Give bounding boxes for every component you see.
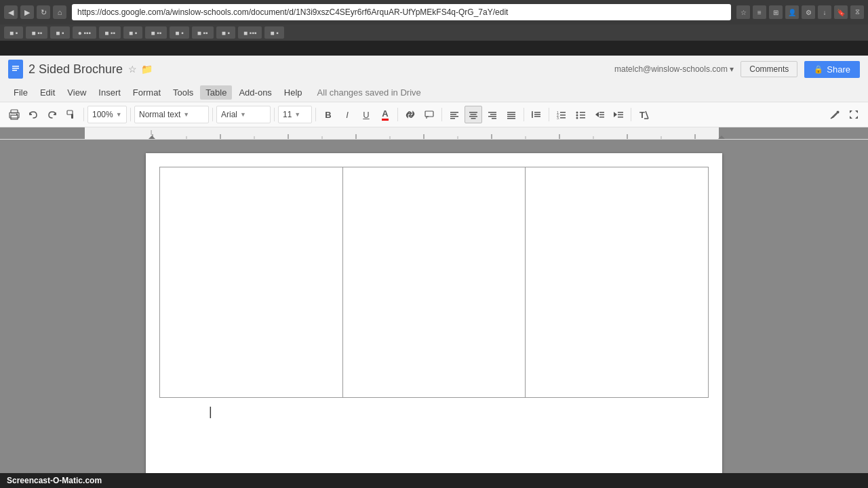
download-icon[interactable]: ↓	[818, 5, 831, 19]
text-color-button[interactable]: A	[376, 106, 394, 123]
svg-rect-21	[488, 116, 496, 117]
bookmark2-icon[interactable]: 🔖	[834, 5, 848, 19]
menu-addons[interactable]: Add-ons	[233, 85, 277, 100]
bookmark-9[interactable]: ■ ▪▪	[192, 26, 214, 39]
watermark-bar: Screencast-O-Matic.com	[0, 473, 868, 488]
svg-rect-45	[599, 112, 604, 113]
separator-10	[631, 108, 631, 121]
star-icon[interactable]: ☆	[736, 5, 750, 19]
favorite-icon[interactable]: ☆	[128, 64, 137, 75]
menu-table[interactable]: Table	[200, 85, 232, 100]
separator-4	[274, 108, 275, 121]
style-dropdown[interactable]: Normal text ▼	[134, 106, 209, 123]
bullet-list-button[interactable]	[572, 106, 589, 123]
comments-button[interactable]: Comments	[741, 61, 797, 77]
avatar-icon[interactable]: 👤	[785, 5, 799, 19]
document-page[interactable]: |	[146, 153, 722, 473]
edit-mode-button[interactable]	[826, 106, 844, 123]
print-button[interactable]	[5, 106, 23, 123]
docs-content[interactable]: |	[0, 140, 868, 473]
line-spacing-button[interactable]	[528, 106, 545, 123]
svg-rect-47	[599, 117, 604, 118]
svg-rect-17	[469, 116, 477, 117]
menu-view[interactable]: View	[62, 85, 92, 100]
indent-less-button[interactable]	[591, 106, 608, 123]
insert-comment-button[interactable]	[420, 106, 438, 123]
bookmark-5[interactable]: ■ ▪▪	[99, 26, 121, 39]
table-cell-2[interactable]	[342, 167, 526, 398]
bookmark-4[interactable]: ● ▪▪▪	[73, 26, 96, 39]
menu-tools[interactable]: Tools	[167, 85, 199, 100]
svg-rect-16	[471, 114, 477, 115]
style-chevron: ▼	[183, 111, 189, 118]
bookmark-11[interactable]: ■ ▪▪▪	[238, 26, 262, 39]
svg-rect-41	[580, 115, 585, 116]
history-icon[interactable]: ⧖	[850, 5, 864, 19]
bookmark-6[interactable]: ■ ▪	[123, 26, 142, 39]
docs-title-bar: 2 Sided Brochure ☆ 📁 matelch@winslow-sch…	[0, 56, 868, 83]
url-bar[interactable]: https://docs.google.com/a/winslow-school…	[72, 4, 731, 20]
ruler: |	[0, 127, 868, 140]
font-size-dropdown[interactable]: 11 ▼	[278, 106, 312, 123]
underline-button[interactable]: U	[357, 106, 375, 123]
docs-title-right: matelch@winslow-schools.com ▾ Comments 🔒…	[614, 61, 860, 78]
align-justify-button[interactable]	[502, 106, 520, 123]
numbered-list-button[interactable]: 1.2.3.	[553, 106, 570, 123]
svg-rect-1	[12, 66, 19, 67]
bookmark-12[interactable]: ■ ▪	[264, 26, 283, 39]
share-button[interactable]: 🔒 Share	[804, 61, 860, 78]
home-button[interactable]: ⌂	[53, 5, 66, 19]
svg-rect-33	[560, 112, 566, 113]
toolbar-right	[826, 106, 863, 123]
move-to-folder-icon[interactable]: 📁	[141, 64, 153, 75]
menu-edit[interactable]: Edit	[35, 85, 60, 100]
menu-icon[interactable]: ≡	[753, 5, 766, 19]
menu-insert[interactable]: Insert	[93, 85, 126, 100]
bookmark-10[interactable]: ■ ▪	[216, 26, 235, 39]
extensions-icon[interactable]: ⊞	[769, 5, 783, 19]
back-button[interactable]: ◀	[4, 5, 18, 19]
font-chevron: ▼	[240, 111, 246, 118]
table-cell-3[interactable]	[526, 167, 709, 398]
lock-icon: 🔒	[814, 65, 823, 74]
clear-format-button[interactable]: T	[635, 106, 652, 123]
svg-rect-14	[450, 118, 455, 119]
svg-rect-43	[580, 117, 585, 119]
forward-button[interactable]: ▶	[20, 5, 34, 19]
svg-rect-12	[450, 114, 456, 115]
font-dropdown[interactable]: Arial ▼	[216, 106, 271, 123]
bookmark-3[interactable]: ■ ▪	[50, 26, 69, 39]
settings-icon[interactable]: ⚙	[802, 5, 815, 19]
bookmark-1[interactable]: ■ ▪	[4, 26, 23, 39]
redo-button[interactable]	[43, 106, 61, 123]
zoom-dropdown[interactable]: 100% ▼	[87, 106, 127, 123]
separator-2	[130, 108, 131, 121]
indent-more-button[interactable]	[610, 106, 627, 123]
table-cell-1[interactable]	[160, 167, 343, 398]
bookmark-2[interactable]: ■ ▪▪	[26, 26, 47, 39]
italic-button[interactable]: I	[338, 106, 356, 123]
undo-button[interactable]	[24, 106, 42, 123]
insert-link-button[interactable]	[401, 106, 419, 123]
align-center-button[interactable]	[465, 106, 482, 123]
align-right-button[interactable]	[484, 106, 501, 123]
separator-7	[441, 108, 442, 121]
refresh-button[interactable]: ↻	[37, 5, 50, 19]
user-email[interactable]: matelch@winslow-schools.com ▾	[614, 64, 734, 74]
svg-rect-2	[12, 68, 19, 69]
doc-title[interactable]: 2 Sided Brochure	[28, 62, 123, 77]
bookmark-8[interactable]: ■ ▪	[170, 26, 189, 39]
svg-text:|: |	[151, 129, 152, 135]
paint-format-button[interactable]	[62, 106, 80, 123]
svg-text:T: T	[639, 110, 645, 120]
expand-button[interactable]	[845, 106, 863, 123]
menu-help[interactable]: Help	[279, 85, 308, 100]
menu-file[interactable]: File	[8, 85, 33, 100]
document-table[interactable]	[159, 167, 709, 398]
bookmark-7[interactable]: ■ ▪▪	[145, 26, 167, 39]
align-left-button[interactable]	[446, 106, 463, 123]
svg-rect-15	[469, 112, 477, 113]
menu-format[interactable]: Format	[127, 85, 166, 100]
bold-button[interactable]: B	[319, 106, 337, 123]
svg-rect-23	[507, 112, 515, 113]
